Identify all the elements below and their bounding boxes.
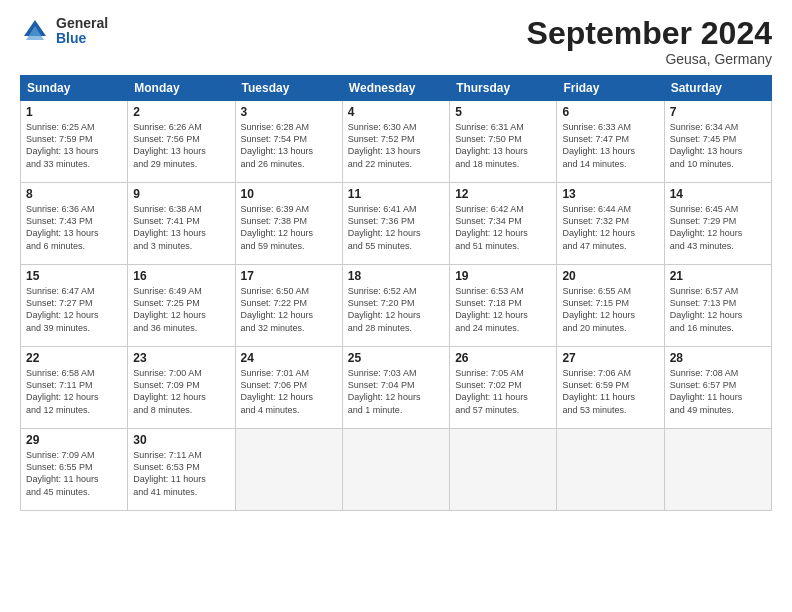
day-info: Sunrise: 6:42 AM Sunset: 7:34 PM Dayligh… (455, 203, 551, 252)
day-number: 20 (562, 269, 658, 283)
table-row: 25Sunrise: 7:03 AM Sunset: 7:04 PM Dayli… (342, 347, 449, 429)
day-number: 30 (133, 433, 229, 447)
table-row: 16Sunrise: 6:49 AM Sunset: 7:25 PM Dayli… (128, 265, 235, 347)
calendar-week-row: 1Sunrise: 6:25 AM Sunset: 7:59 PM Daylig… (21, 101, 772, 183)
weekday-header-row: Sunday Monday Tuesday Wednesday Thursday… (21, 76, 772, 101)
logo-text: General Blue (56, 16, 108, 47)
month-title: September 2024 (527, 16, 772, 51)
day-info: Sunrise: 6:45 AM Sunset: 7:29 PM Dayligh… (670, 203, 766, 252)
day-number: 23 (133, 351, 229, 365)
day-number: 17 (241, 269, 337, 283)
header: General Blue September 2024 Geusa, Germa… (20, 16, 772, 67)
day-info: Sunrise: 6:33 AM Sunset: 7:47 PM Dayligh… (562, 121, 658, 170)
day-info: Sunrise: 6:41 AM Sunset: 7:36 PM Dayligh… (348, 203, 444, 252)
table-row: 29Sunrise: 7:09 AM Sunset: 6:55 PM Dayli… (21, 429, 128, 511)
day-number: 3 (241, 105, 337, 119)
day-info: Sunrise: 7:11 AM Sunset: 6:53 PM Dayligh… (133, 449, 229, 498)
table-row: 30Sunrise: 7:11 AM Sunset: 6:53 PM Dayli… (128, 429, 235, 511)
table-row: 4Sunrise: 6:30 AM Sunset: 7:52 PM Daylig… (342, 101, 449, 183)
day-number: 19 (455, 269, 551, 283)
header-wednesday: Wednesday (342, 76, 449, 101)
day-info: Sunrise: 6:31 AM Sunset: 7:50 PM Dayligh… (455, 121, 551, 170)
header-sunday: Sunday (21, 76, 128, 101)
table-row: 7Sunrise: 6:34 AM Sunset: 7:45 PM Daylig… (664, 101, 771, 183)
page: General Blue September 2024 Geusa, Germa… (0, 0, 792, 612)
day-number: 5 (455, 105, 551, 119)
calendar-week-row: 22Sunrise: 6:58 AM Sunset: 7:11 PM Dayli… (21, 347, 772, 429)
day-info: Sunrise: 6:55 AM Sunset: 7:15 PM Dayligh… (562, 285, 658, 334)
table-row: 21Sunrise: 6:57 AM Sunset: 7:13 PM Dayli… (664, 265, 771, 347)
day-number: 26 (455, 351, 551, 365)
table-row: 14Sunrise: 6:45 AM Sunset: 7:29 PM Dayli… (664, 183, 771, 265)
table-row: 10Sunrise: 6:39 AM Sunset: 7:38 PM Dayli… (235, 183, 342, 265)
day-number: 22 (26, 351, 122, 365)
table-row: 28Sunrise: 7:08 AM Sunset: 6:57 PM Dayli… (664, 347, 771, 429)
day-info: Sunrise: 6:57 AM Sunset: 7:13 PM Dayligh… (670, 285, 766, 334)
day-info: Sunrise: 6:38 AM Sunset: 7:41 PM Dayligh… (133, 203, 229, 252)
table-row (664, 429, 771, 511)
table-row: 26Sunrise: 7:05 AM Sunset: 7:02 PM Dayli… (450, 347, 557, 429)
location-subtitle: Geusa, Germany (527, 51, 772, 67)
day-info: Sunrise: 6:47 AM Sunset: 7:27 PM Dayligh… (26, 285, 122, 334)
day-number: 4 (348, 105, 444, 119)
table-row: 20Sunrise: 6:55 AM Sunset: 7:15 PM Dayli… (557, 265, 664, 347)
day-number: 1 (26, 105, 122, 119)
logo: General Blue (20, 16, 108, 47)
day-number: 6 (562, 105, 658, 119)
table-row: 19Sunrise: 6:53 AM Sunset: 7:18 PM Dayli… (450, 265, 557, 347)
day-info: Sunrise: 6:53 AM Sunset: 7:18 PM Dayligh… (455, 285, 551, 334)
day-info: Sunrise: 7:05 AM Sunset: 7:02 PM Dayligh… (455, 367, 551, 416)
table-row: 13Sunrise: 6:44 AM Sunset: 7:32 PM Dayli… (557, 183, 664, 265)
logo-blue-text: Blue (56, 31, 108, 46)
day-number: 10 (241, 187, 337, 201)
title-block: September 2024 Geusa, Germany (527, 16, 772, 67)
table-row (557, 429, 664, 511)
day-info: Sunrise: 7:01 AM Sunset: 7:06 PM Dayligh… (241, 367, 337, 416)
table-row: 22Sunrise: 6:58 AM Sunset: 7:11 PM Dayli… (21, 347, 128, 429)
day-number: 8 (26, 187, 122, 201)
header-tuesday: Tuesday (235, 76, 342, 101)
day-number: 28 (670, 351, 766, 365)
calendar-week-row: 29Sunrise: 7:09 AM Sunset: 6:55 PM Dayli… (21, 429, 772, 511)
day-number: 15 (26, 269, 122, 283)
day-number: 27 (562, 351, 658, 365)
day-number: 7 (670, 105, 766, 119)
table-row: 18Sunrise: 6:52 AM Sunset: 7:20 PM Dayli… (342, 265, 449, 347)
table-row (342, 429, 449, 511)
header-thursday: Thursday (450, 76, 557, 101)
table-row: 12Sunrise: 6:42 AM Sunset: 7:34 PM Dayli… (450, 183, 557, 265)
day-info: Sunrise: 6:36 AM Sunset: 7:43 PM Dayligh… (26, 203, 122, 252)
day-info: Sunrise: 6:50 AM Sunset: 7:22 PM Dayligh… (241, 285, 337, 334)
table-row: 8Sunrise: 6:36 AM Sunset: 7:43 PM Daylig… (21, 183, 128, 265)
header-friday: Friday (557, 76, 664, 101)
calendar-week-row: 15Sunrise: 6:47 AM Sunset: 7:27 PM Dayli… (21, 265, 772, 347)
logo-general-text: General (56, 16, 108, 31)
day-info: Sunrise: 6:52 AM Sunset: 7:20 PM Dayligh… (348, 285, 444, 334)
day-number: 14 (670, 187, 766, 201)
logo-icon (20, 16, 50, 46)
day-info: Sunrise: 6:49 AM Sunset: 7:25 PM Dayligh… (133, 285, 229, 334)
day-number: 24 (241, 351, 337, 365)
day-info: Sunrise: 6:26 AM Sunset: 7:56 PM Dayligh… (133, 121, 229, 170)
table-row (235, 429, 342, 511)
calendar-week-row: 8Sunrise: 6:36 AM Sunset: 7:43 PM Daylig… (21, 183, 772, 265)
day-number: 18 (348, 269, 444, 283)
day-info: Sunrise: 7:06 AM Sunset: 6:59 PM Dayligh… (562, 367, 658, 416)
day-info: Sunrise: 7:03 AM Sunset: 7:04 PM Dayligh… (348, 367, 444, 416)
day-info: Sunrise: 6:25 AM Sunset: 7:59 PM Dayligh… (26, 121, 122, 170)
day-info: Sunrise: 7:09 AM Sunset: 6:55 PM Dayligh… (26, 449, 122, 498)
table-row: 6Sunrise: 6:33 AM Sunset: 7:47 PM Daylig… (557, 101, 664, 183)
table-row: 17Sunrise: 6:50 AM Sunset: 7:22 PM Dayli… (235, 265, 342, 347)
day-number: 9 (133, 187, 229, 201)
day-number: 12 (455, 187, 551, 201)
table-row: 23Sunrise: 7:00 AM Sunset: 7:09 PM Dayli… (128, 347, 235, 429)
table-row: 11Sunrise: 6:41 AM Sunset: 7:36 PM Dayli… (342, 183, 449, 265)
day-number: 25 (348, 351, 444, 365)
day-info: Sunrise: 6:39 AM Sunset: 7:38 PM Dayligh… (241, 203, 337, 252)
table-row: 9Sunrise: 6:38 AM Sunset: 7:41 PM Daylig… (128, 183, 235, 265)
header-monday: Monday (128, 76, 235, 101)
table-row: 24Sunrise: 7:01 AM Sunset: 7:06 PM Dayli… (235, 347, 342, 429)
day-info: Sunrise: 6:34 AM Sunset: 7:45 PM Dayligh… (670, 121, 766, 170)
day-info: Sunrise: 6:30 AM Sunset: 7:52 PM Dayligh… (348, 121, 444, 170)
table-row (450, 429, 557, 511)
